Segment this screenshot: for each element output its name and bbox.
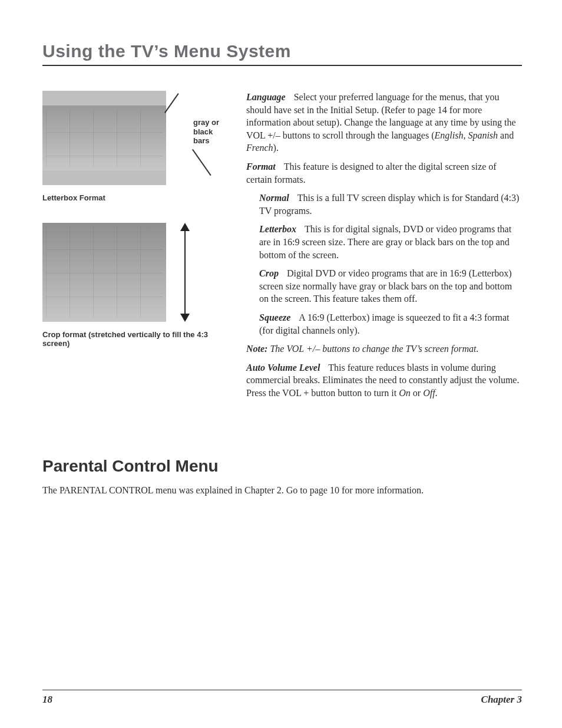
body-text-column: LanguageSelect your preferred language f… [246,91,522,405]
language-and: and [498,130,514,140]
auto-volume-paragraph: Auto Volume LevelThis feature reduces bl… [246,361,522,400]
two-column-layout: gray or black bars Letterbox Format Crop… [42,91,522,405]
auto-period: . [435,388,438,398]
letterbox-term: Letterbox [259,224,296,234]
normal-term: Normal [259,193,289,203]
page-number: 18 [42,694,52,706]
auto-off: Off [423,388,435,398]
parental-control-heading: Parental Control Menu [42,457,522,476]
auto-on: On [399,388,411,398]
crop-image-placeholder [42,223,166,322]
crop-paragraph: CropDigital DVD or video programs that a… [259,267,522,305]
normal-paragraph: NormalThis is a full TV screen display w… [259,192,522,217]
crop-caption: Crop format (stretched vertically to fil… [42,330,223,348]
format-paragraph: FormatThis feature is designed to alter … [246,160,522,186]
letterbox-paragraph: LetterboxThis is for digital signals, DV… [259,223,522,261]
note-text: The VOL +/– buttons to change the TV’s s… [267,344,478,354]
squeeze-text: A 16:9 (Letterbox) image is squeezed to … [259,312,510,335]
normal-text: This is a full TV screen display which i… [259,193,519,216]
language-paragraph: LanguageSelect your preferred language f… [246,91,522,154]
format-term: Format [246,162,276,172]
vertical-stretch-arrow-icon [177,223,193,322]
language-term: Language [246,92,286,102]
language-close: ). [273,143,279,153]
squeeze-term: Squeeze [259,312,290,322]
note-label: Note: [246,344,267,354]
letterbox-figure: gray or black bars Letterbox Format [42,91,223,203]
auto-or: or [411,388,423,398]
crop-text: Digital DVD or video programs that are i… [259,268,512,304]
letterbox-text: This is for digital signals, DVD or vide… [259,224,511,259]
page-footer: 18 Chapter 3 [42,690,522,706]
chapter-label: Chapter 3 [481,694,522,706]
crop-figure: Crop format (stretched vertically to fil… [42,223,223,348]
language-langs: English, Spanish [435,130,498,140]
language-french: French [246,143,273,153]
page-title: Using the TV’s Menu System [42,41,522,66]
callout-label: gray or black bars [193,118,225,146]
parental-control-text: The PARENTAL CONTROL menu was explained … [42,484,522,497]
letterbox-image-placeholder [42,91,166,185]
callout-lines: gray or black bars [172,91,223,185]
squeeze-paragraph: SqueezeA 16:9 (Letterbox) image is squee… [259,311,522,337]
format-text: This feature is designed to alter the di… [246,162,497,185]
auto-term: Auto Volume Level [246,363,320,373]
note-paragraph: Note: The VOL +/– buttons to change the … [246,342,522,355]
figures-column: gray or black bars Letterbox Format Crop… [42,91,223,405]
crop-term: Crop [259,268,279,278]
letterbox-caption: Letterbox Format [42,193,223,203]
